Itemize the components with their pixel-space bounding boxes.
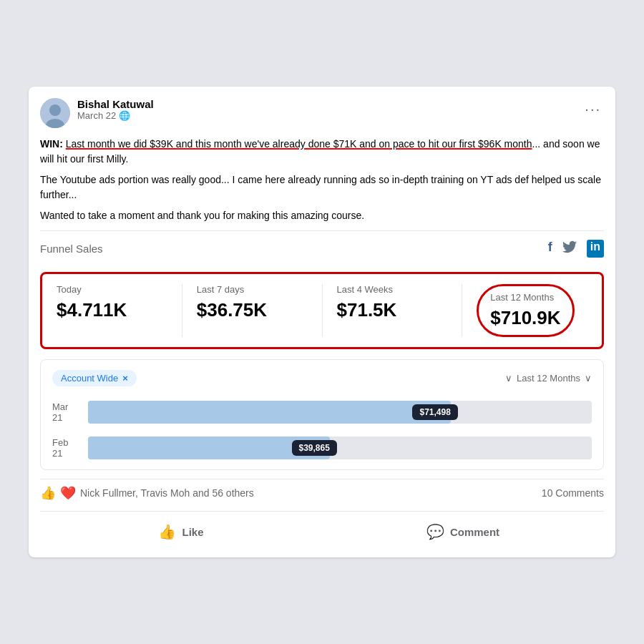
thumbs-up-emoji: 👍: [40, 485, 56, 501]
reactions-left: 👍 ❤️ Nick Fullmer, Travis Moh and 56 oth…: [40, 485, 254, 501]
post-paragraph-2: The Youtube ads portion was really good.…: [40, 172, 604, 203]
avatar: [40, 98, 70, 128]
bar-label-feb21: Feb 21: [52, 437, 81, 459]
stat-today-value: $4.711K: [57, 299, 167, 321]
chart-filters: Account Wide × ∨ Last 12 Months ∨: [52, 370, 592, 386]
action-buttons: 👍 Like 💬 Comment: [40, 511, 604, 546]
stat-last4w-value: $71.5K: [337, 299, 448, 321]
stat-last4w-label: Last 4 Weeks: [337, 284, 448, 295]
stat-today: Today $4.711K: [57, 284, 182, 337]
post-date: March 22 🌐: [77, 110, 582, 121]
bar-value-mar21: $71,498: [412, 404, 457, 420]
comment-button[interactable]: 💬 Comment: [322, 517, 604, 546]
post-card: Bishal Katuwal March 22 🌐 ··· WIN: Last …: [29, 87, 615, 557]
chart-section: Account Wide × ∨ Last 12 Months ∨ Mar 21…: [40, 359, 604, 470]
date-range-filter[interactable]: ∨ Last 12 Months ∨: [505, 373, 592, 384]
stat-last7: Last 7 days $36.75K: [197, 284, 323, 337]
post-header: Bishal Katuwal March 22 🌐 ···: [40, 98, 604, 128]
twitter-icon[interactable]: [562, 240, 577, 258]
bar-fill-feb21: $39,865: [88, 436, 330, 459]
post-date-text: March 22: [77, 110, 116, 121]
social-icons: f in: [548, 240, 604, 258]
funnel-header: Funnel Sales f in: [40, 230, 604, 265]
stat-last7-value: $36.75K: [197, 299, 308, 321]
post-paragraph-1: WIN: Last month we did $39K and this mon…: [40, 137, 604, 167]
like-button[interactable]: 👍 Like: [40, 517, 322, 546]
funnel-title: Funnel Sales: [40, 243, 103, 255]
globe-icon: 🌐: [119, 110, 130, 121]
linkedin-icon[interactable]: in: [587, 240, 604, 258]
last-12-highlight: Last 12 Months $710.9K: [477, 284, 574, 337]
post-meta: Bishal Katuwal March 22 🌐: [77, 98, 582, 121]
chevron-down-icon: ∨: [505, 373, 512, 384]
date-range-label: Last 12 Months: [517, 373, 580, 384]
stat-last4w: Last 4 Weeks $71.5K: [337, 284, 463, 337]
comment-icon: 💬: [426, 523, 444, 540]
stat-today-label: Today: [57, 284, 167, 295]
bar-row-feb21: Feb 21 $39,865: [52, 436, 592, 459]
stat-last12m: Last 12 Months $710.9K: [477, 284, 587, 337]
bar-value-feb21: $39,865: [292, 440, 337, 456]
win-label: WIN:: [40, 138, 66, 150]
heart-emoji: ❤️: [60, 485, 76, 501]
reaction-names: Nick Fullmer, Travis Moh and 56 others: [80, 487, 254, 499]
stat-last7-label: Last 7 days: [197, 284, 308, 295]
bar-bg-feb21: $39,865: [88, 436, 592, 459]
stats-box: Today $4.711K Last 7 days $36.75K Last 4…: [40, 272, 604, 349]
like-icon: 👍: [158, 523, 176, 540]
filter-tags: Account Wide ×: [52, 370, 137, 386]
comment-label: Comment: [450, 526, 499, 538]
bar-row-mar21: Mar 21 $71,498: [52, 401, 592, 424]
bar-fill-mar21: $71,498: [88, 401, 451, 424]
stat-last12m-label: Last 12 Months: [490, 292, 560, 303]
chevron-down-icon-2: ∨: [585, 373, 592, 384]
more-options-button[interactable]: ···: [582, 98, 604, 120]
chart-bars: Mar 21 $71,498 Feb 21 $39,865: [52, 401, 592, 459]
post-author: Bishal Katuwal: [77, 98, 582, 110]
bar-label-mar21: Mar 21: [52, 401, 81, 423]
bar-bg-mar21: $71,498: [88, 401, 592, 424]
stat-last12m-value: $710.9K: [490, 307, 560, 329]
post-paragraph-3: Wanted to take a moment and thank you fo…: [40, 208, 604, 223]
filter-close-icon[interactable]: ×: [122, 373, 128, 384]
comments-count[interactable]: 10 Comments: [542, 487, 604, 499]
post-highlight: Last month we did $39K and this month we…: [66, 138, 532, 150]
svg-point-1: [49, 104, 61, 116]
post-text: WIN: Last month we did $39K and this mon…: [40, 137, 604, 223]
facebook-icon[interactable]: f: [548, 240, 552, 258]
like-label: Like: [182, 526, 203, 538]
reactions-row: 👍 ❤️ Nick Fullmer, Travis Moh and 56 oth…: [40, 479, 604, 507]
account-wide-filter[interactable]: Account Wide ×: [52, 370, 137, 386]
filter-tag-label: Account Wide: [61, 373, 118, 384]
